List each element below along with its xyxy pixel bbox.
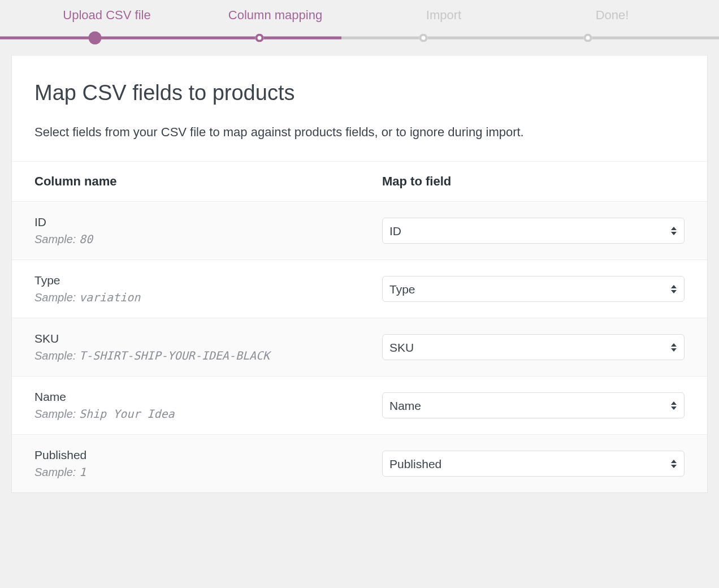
card-header: Map CSV fields to products Select fields… bbox=[12, 56, 707, 162]
column-name-label: Name bbox=[34, 390, 337, 404]
stepper-labels: Upload CSV file Column mapping Import Do… bbox=[0, 8, 719, 23]
sample-value: Ship Your Idea bbox=[79, 407, 175, 421]
mapping-table-body: IDSample: 80IDTypeSample: variationTypeS… bbox=[12, 202, 707, 493]
map-to-cell: Name bbox=[360, 377, 707, 435]
select-wrap: SKU bbox=[382, 334, 685, 360]
table-row: TypeSample: variationType bbox=[12, 260, 707, 318]
map-to-cell: Published bbox=[360, 435, 707, 493]
column-sample: Sample: variation bbox=[34, 291, 337, 304]
map-to-cell: SKU bbox=[360, 318, 707, 377]
table-row: SKUSample: T-SHIRT-SHIP-YOUR-IDEA-BLACKS… bbox=[12, 318, 707, 377]
mapping-table: Column name Map to field IDSample: 80IDT… bbox=[12, 162, 707, 492]
page-description: Select fields from your CSV file to map … bbox=[34, 122, 685, 142]
sample-value: T-SHIRT-SHIP-YOUR-IDEA-BLACK bbox=[79, 349, 270, 362]
select-wrap: ID bbox=[382, 218, 685, 244]
map-to-select[interactable]: Type bbox=[382, 276, 685, 302]
column-sample: Sample: Ship Your Idea bbox=[34, 407, 337, 421]
step-dot-import bbox=[419, 33, 428, 42]
table-row: IDSample: 80ID bbox=[12, 202, 707, 260]
progress-stepper: Upload CSV file Column mapping Import Do… bbox=[0, 0, 719, 56]
step-dot-upload bbox=[88, 31, 101, 44]
sample-value: 80 bbox=[79, 232, 93, 246]
step-dot-column-mapping bbox=[255, 33, 263, 42]
select-wrap: Name bbox=[382, 392, 685, 418]
step-column-mapping: Column mapping bbox=[191, 8, 360, 23]
step-upload: Upload CSV file bbox=[23, 8, 191, 23]
map-to-select[interactable]: SKU bbox=[382, 334, 685, 360]
map-to-cell: ID bbox=[360, 202, 707, 260]
sample-prefix: Sample: bbox=[34, 291, 79, 304]
step-import: Import bbox=[360, 8, 528, 23]
table-row: PublishedSample: 1Published bbox=[12, 435, 707, 493]
header-map-to: Map to field bbox=[360, 162, 707, 202]
column-sample: Sample: 80 bbox=[34, 232, 337, 246]
map-to-cell: Type bbox=[360, 260, 707, 318]
stepper-bar-fill bbox=[0, 36, 341, 39]
column-sample: Sample: T-SHIRT-SHIP-YOUR-IDEA-BLACK bbox=[34, 349, 337, 362]
select-wrap: Type bbox=[382, 276, 685, 302]
map-to-select[interactable]: Name bbox=[382, 392, 685, 418]
column-name-label: SKU bbox=[34, 332, 337, 345]
mapping-card: Map CSV fields to products Select fields… bbox=[11, 56, 708, 493]
column-name-label: Published bbox=[34, 448, 337, 462]
map-to-select[interactable]: ID bbox=[382, 218, 685, 244]
step-dot-done bbox=[583, 33, 592, 42]
column-name-cell: NameSample: Ship Your Idea bbox=[12, 377, 360, 435]
column-name-cell: IDSample: 80 bbox=[12, 202, 360, 260]
sample-prefix: Sample: bbox=[34, 408, 79, 420]
sample-prefix: Sample: bbox=[34, 349, 79, 362]
column-name-cell: TypeSample: variation bbox=[12, 260, 360, 318]
table-row: NameSample: Ship Your IdeaName bbox=[12, 377, 707, 435]
step-done: Done! bbox=[528, 8, 696, 23]
sample-value: variation bbox=[79, 291, 140, 304]
column-name-cell: SKUSample: T-SHIRT-SHIP-YOUR-IDEA-BLACK bbox=[12, 318, 360, 377]
map-to-select[interactable]: Published bbox=[382, 451, 685, 477]
column-name-cell: PublishedSample: 1 bbox=[12, 435, 360, 493]
sample-prefix: Sample: bbox=[34, 466, 79, 478]
column-name-label: Type bbox=[34, 274, 337, 287]
select-wrap: Published bbox=[382, 451, 685, 477]
header-column-name: Column name bbox=[12, 162, 360, 202]
sample-prefix: Sample: bbox=[34, 233, 79, 245]
stepper-bar bbox=[0, 36, 719, 39]
column-name-label: ID bbox=[34, 215, 337, 229]
column-sample: Sample: 1 bbox=[34, 465, 337, 479]
page-title: Map CSV fields to products bbox=[34, 81, 685, 105]
sample-value: 1 bbox=[79, 465, 86, 479]
